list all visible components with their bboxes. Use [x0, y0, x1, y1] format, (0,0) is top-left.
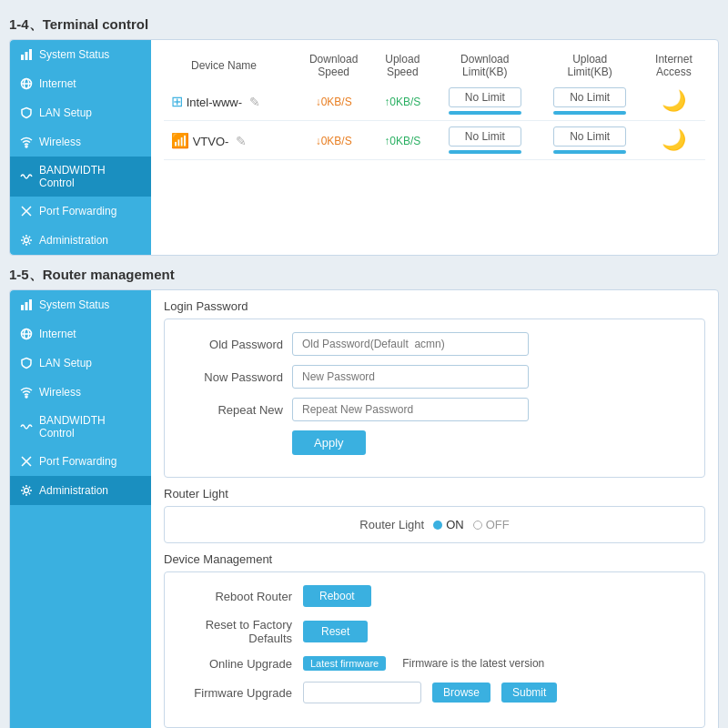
- globe-icon: [19, 76, 34, 91]
- sidebar-label-bandwidth: BANDWIDTH Control: [39, 164, 142, 189]
- edit-icon-1[interactable]: ✎: [249, 95, 260, 109]
- browse-button[interactable]: Browse: [432, 682, 490, 703]
- radio-empty: [473, 521, 482, 530]
- on-label: ON: [446, 518, 464, 531]
- tools-icon-2: [19, 454, 34, 469]
- firmware-upgrade-row: Firmware Upgrade Browse Submit: [183, 682, 686, 703]
- online-upgrade-label: Online Upgrade: [183, 657, 292, 671]
- sidebar2-item-system-status[interactable]: System Status: [10, 290, 151, 319]
- sidebar2-item-bandwidth[interactable]: BANDWIDTH Control: [10, 407, 151, 447]
- online-upgrade-row: Online Upgrade Latest firmware Firmware …: [183, 656, 686, 671]
- reset-row: Reset to Factory Defaults Reset: [183, 618, 686, 645]
- wifi-icon-2: [19, 385, 34, 399]
- sidebar-item-system-status[interactable]: System Status: [10, 40, 151, 69]
- off-label: OFF: [486, 518, 510, 531]
- radio-off-option[interactable]: OFF: [473, 518, 510, 531]
- sidebar2-label-lan: LAN Setup: [39, 357, 92, 369]
- upload-limit-input-1[interactable]: [553, 87, 626, 107]
- sidebar2-item-port-forwarding[interactable]: Port Forwarding: [10, 447, 151, 476]
- section-title-terminal: 1-4、Terminal control: [9, 16, 719, 34]
- wifi-icon: [19, 135, 34, 149]
- device-table: Device Name DownloadSpeed UploadSpeed Do…: [164, 49, 705, 160]
- apply-row: Apply: [183, 430, 686, 455]
- globe-icon-2: [19, 327, 34, 341]
- upload-slider-1[interactable]: [553, 111, 626, 115]
- sidebar2-item-internet[interactable]: Internet: [10, 319, 151, 349]
- new-password-row: Now Password: [183, 365, 686, 389]
- svg-rect-12: [29, 299, 32, 310]
- sidebar2-label-port-forwarding: Port Forwarding: [39, 455, 116, 468]
- internet-access-2[interactable]: 🌙: [642, 121, 705, 160]
- gear-icon-2: [19, 483, 34, 498]
- shield-icon-2: [19, 356, 34, 370]
- edit-icon-2[interactable]: ✎: [236, 134, 247, 148]
- sidebar-item-administration[interactable]: Administration: [10, 226, 151, 255]
- download-speed-1: ↓0KB/S: [295, 82, 373, 121]
- reboot-label: Reboot Router: [183, 590, 292, 603]
- upload-limit-2[interactable]: [537, 121, 642, 160]
- device-management-box: Reboot Router Reboot Reset to Factory De…: [164, 571, 705, 728]
- sidebar-fill: [10, 505, 151, 687]
- svg-point-9: [25, 238, 29, 243]
- old-password-label: Old Password: [183, 338, 283, 351]
- sidebar2-label-wireless: Wireless: [39, 386, 81, 399]
- reset-button[interactable]: Reset: [303, 621, 368, 642]
- svg-rect-10: [21, 305, 24, 310]
- col-download-limit: DownloadLimit(KB): [432, 49, 537, 82]
- device-name-cell-2: 📶 VTVO- ✎: [164, 121, 295, 160]
- radio-on-option[interactable]: ON: [433, 518, 464, 531]
- upload-slider-2[interactable]: [553, 150, 626, 154]
- sidebar-label-system-status: System Status: [39, 48, 109, 61]
- svg-rect-2: [29, 49, 32, 60]
- sidebar2-item-lan[interactable]: LAN Setup: [10, 349, 151, 378]
- sidebar-item-wireless[interactable]: Wireless: [10, 127, 151, 157]
- download-slider-1[interactable]: [449, 111, 521, 115]
- sidebar-item-lan[interactable]: LAN Setup: [10, 98, 151, 127]
- sidebar2-item-administration[interactable]: Administration: [10, 476, 151, 505]
- apply-button[interactable]: Apply: [292, 430, 366, 455]
- repeat-new-label: Repeat New: [183, 403, 283, 417]
- download-limit-2[interactable]: [432, 121, 537, 160]
- router-light-label: Router Light: [164, 487, 705, 500]
- reboot-row: Reboot Router Reboot: [183, 585, 686, 607]
- upload-speed-2: ↑0KB/S: [373, 121, 433, 160]
- device-name-1: Intel-www-: [187, 96, 242, 109]
- upload-limit-1[interactable]: [537, 82, 642, 121]
- download-limit-input-2[interactable]: [449, 126, 521, 147]
- login-password-label: Login Password: [164, 299, 705, 313]
- wired-icon: ⊞: [171, 94, 183, 109]
- device-management-section: Device Management Reboot Router Reboot R…: [164, 552, 705, 728]
- reboot-button[interactable]: Reboot: [303, 585, 371, 607]
- download-limit-1[interactable]: [432, 82, 537, 121]
- sidebar-item-internet[interactable]: Internet: [10, 69, 151, 98]
- download-limit-input-1[interactable]: [449, 87, 521, 107]
- sidebar2-item-wireless[interactable]: Wireless: [10, 378, 151, 407]
- old-password-input[interactable]: [292, 332, 529, 356]
- wave-icon: [19, 169, 34, 184]
- upload-speed-1: ↑0KB/S: [373, 82, 433, 121]
- sidebar-label-wireless: Wireless: [39, 136, 81, 148]
- sidebar-item-bandwidth[interactable]: BANDWIDTH Control: [10, 157, 151, 197]
- col-device-name: Device Name: [164, 49, 295, 82]
- repeat-new-row: Repeat New: [183, 398, 686, 421]
- table-row: ⊞ Intel-www- ✎ ↓0KB/S ↑0KB/S: [164, 82, 705, 121]
- tools-icon: [19, 204, 34, 218]
- device-name-cell: ⊞ Intel-www- ✎: [164, 82, 295, 121]
- sidebar-item-port-forwarding[interactable]: Port Forwarding: [10, 197, 151, 226]
- internet-access-1[interactable]: 🌙: [642, 82, 705, 121]
- upload-limit-input-2[interactable]: [553, 126, 626, 147]
- firmware-file-input[interactable]: [303, 682, 421, 703]
- shield-icon: [19, 106, 34, 120]
- download-slider-2[interactable]: [449, 150, 521, 154]
- new-password-input[interactable]: [292, 365, 529, 389]
- repeat-new-input[interactable]: [292, 398, 529, 421]
- latest-firmware-badge: Latest firmware: [303, 656, 386, 671]
- toggle-on-1[interactable]: 🌙: [662, 89, 686, 112]
- router-content: Login Password Old Password Now Password…: [151, 290, 718, 728]
- login-password-box: Old Password Now Password Repeat New App…: [164, 318, 705, 478]
- col-upload-limit: UploadLimit(KB): [537, 49, 642, 82]
- sidebar2-label-internet: Internet: [39, 328, 76, 340]
- sidebar2-label-bandwidth: BANDWIDTH Control: [39, 414, 142, 440]
- submit-button[interactable]: Submit: [501, 682, 557, 703]
- toggle-on-2[interactable]: 🌙: [662, 128, 686, 151]
